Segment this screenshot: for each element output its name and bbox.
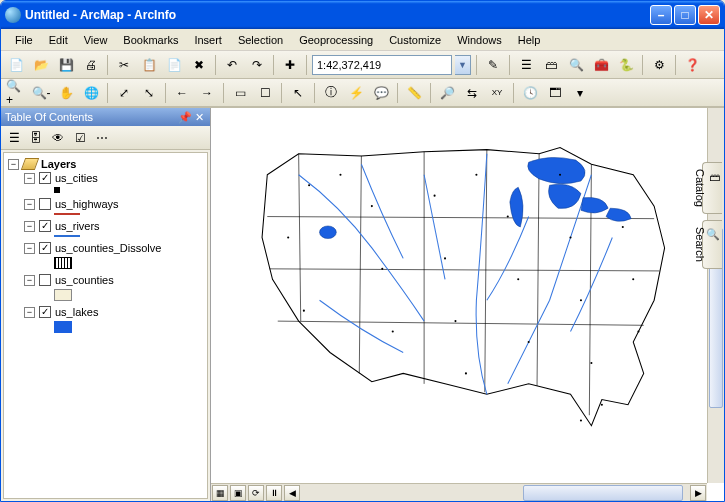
pan-button[interactable]: ✋ <box>55 82 77 104</box>
collapse-icon[interactable]: − <box>24 199 35 210</box>
measure-button[interactable]: 📏 <box>403 82 425 104</box>
layer-checkbox[interactable] <box>39 198 51 210</box>
scrollbar-thumb[interactable] <box>523 485 683 501</box>
copy-button[interactable]: 📋 <box>138 54 160 76</box>
layers-root[interactable]: − Layers <box>8 157 203 171</box>
html-popup-button[interactable]: 💬 <box>370 82 392 104</box>
open-button[interactable]: 📂 <box>30 54 52 76</box>
identify-button[interactable]: ⓘ <box>320 82 342 104</box>
hyperlink-button[interactable]: ⚡ <box>345 82 367 104</box>
editor-toolbar-button[interactable]: ✎ <box>482 54 504 76</box>
scale-input[interactable]: 1:42,372,419 <box>312 55 452 75</box>
goto-xy-button[interactable]: XY <box>486 82 508 104</box>
python-window-button[interactable]: 🐍 <box>615 54 637 76</box>
menu-view[interactable]: View <box>76 32 116 48</box>
menu-customize[interactable]: Customize <box>381 32 449 48</box>
catalog-tab[interactable]: 🗃 Catalog <box>702 162 722 214</box>
refresh-button[interactable]: ⟳ <box>248 485 264 501</box>
layer-label[interactable]: us_rivers <box>55 220 100 232</box>
search-tab[interactable]: 🔍 Search <box>702 220 722 269</box>
add-data-button[interactable]: ✚ <box>279 54 301 76</box>
layer-label[interactable]: us_counties_Dissolve <box>55 242 161 254</box>
save-button[interactable]: 💾 <box>55 54 77 76</box>
layer-row[interactable]: − ✓ us_lakes <box>24 305 203 319</box>
data-view-button[interactable]: ▦ <box>212 485 228 501</box>
scroll-right-button[interactable]: ▶ <box>690 485 706 501</box>
menu-windows[interactable]: Windows <box>449 32 510 48</box>
zoom-out-button[interactable]: 🔍- <box>30 82 52 104</box>
search-window-button[interactable]: 🔍 <box>565 54 587 76</box>
select-elements-button[interactable]: ↖ <box>287 82 309 104</box>
list-by-selection-button[interactable]: ☑ <box>70 128 90 148</box>
paste-button[interactable]: 📄 <box>163 54 185 76</box>
more-tools-button[interactable]: ▾ <box>569 82 591 104</box>
layer-row[interactable]: − ✓ us_counties_Dissolve <box>24 241 203 255</box>
layer-row[interactable]: − ✓ us_rivers <box>24 219 203 233</box>
scale-dropdown[interactable]: ▼ <box>455 55 471 75</box>
whats-this-button[interactable]: ❓ <box>681 54 703 76</box>
zoom-in-button[interactable]: 🔍+ <box>5 82 27 104</box>
model-builder-button[interactable]: ⚙ <box>648 54 670 76</box>
pin-icon[interactable]: 📌 <box>178 111 192 124</box>
scroll-left-button[interactable]: ◀ <box>284 485 300 501</box>
menu-selection[interactable]: Selection <box>230 32 291 48</box>
collapse-icon[interactable]: − <box>24 243 35 254</box>
undo-button[interactable]: ↶ <box>221 54 243 76</box>
collapse-icon[interactable]: − <box>24 307 35 318</box>
toolbox-button[interactable]: 🧰 <box>590 54 612 76</box>
layer-label[interactable]: us_highways <box>55 198 119 210</box>
toc-button[interactable]: ☰ <box>515 54 537 76</box>
redo-button[interactable]: ↷ <box>246 54 268 76</box>
maximize-button[interactable]: □ <box>674 5 696 25</box>
close-panel-icon[interactable]: ✕ <box>192 111 206 124</box>
menu-bookmarks[interactable]: Bookmarks <box>115 32 186 48</box>
menu-help[interactable]: Help <box>510 32 549 48</box>
forward-extent-button[interactable]: → <box>196 82 218 104</box>
list-by-visibility-button[interactable]: 👁 <box>48 128 68 148</box>
layer-checkbox[interactable]: ✓ <box>39 220 51 232</box>
new-button[interactable]: 📄 <box>5 54 27 76</box>
list-by-source-button[interactable]: 🗄 <box>26 128 46 148</box>
layer-checkbox[interactable]: ✓ <box>39 306 51 318</box>
menu-file[interactable]: File <box>7 32 41 48</box>
print-button[interactable]: 🖨 <box>80 54 102 76</box>
menu-insert[interactable]: Insert <box>186 32 230 48</box>
create-viewer-button[interactable]: 🗔 <box>544 82 566 104</box>
layer-checkbox[interactable] <box>39 274 51 286</box>
minimize-button[interactable]: – <box>650 5 672 25</box>
layout-view-button[interactable]: ▣ <box>230 485 246 501</box>
select-features-button[interactable]: ▭ <box>229 82 251 104</box>
layer-label[interactable]: us_counties <box>55 274 114 286</box>
full-extent-button[interactable]: 🌐 <box>80 82 102 104</box>
catalog-window-button[interactable]: 🗃 <box>540 54 562 76</box>
layer-label[interactable]: us_cities <box>55 172 98 184</box>
collapse-icon[interactable]: − <box>24 173 35 184</box>
list-by-drawing-order-button[interactable]: ☰ <box>4 128 24 148</box>
layer-label[interactable]: us_lakes <box>55 306 98 318</box>
menu-geoprocessing[interactable]: Geoprocessing <box>291 32 381 48</box>
options-button[interactable]: ⋯ <box>92 128 112 148</box>
horizontal-scrollbar[interactable] <box>303 485 687 501</box>
fixed-zoom-in-button[interactable]: ⤢ <box>113 82 135 104</box>
toc-header[interactable]: Table Of Contents 📌 ✕ <box>1 108 210 126</box>
map-view[interactable]: ▦ ▣ ⟳ ⏸ ◀ ▶ <box>211 108 724 501</box>
layer-checkbox[interactable]: ✓ <box>39 172 51 184</box>
collapse-icon[interactable]: − <box>8 159 19 170</box>
menu-edit[interactable]: Edit <box>41 32 76 48</box>
layer-row[interactable]: − us_highways <box>24 197 203 211</box>
layer-row[interactable]: − us_counties <box>24 273 203 287</box>
collapse-icon[interactable]: − <box>24 275 35 286</box>
collapse-icon[interactable]: − <box>24 221 35 232</box>
find-button[interactable]: 🔎 <box>436 82 458 104</box>
layer-row[interactable]: − ✓ us_cities <box>24 171 203 185</box>
time-slider-button[interactable]: 🕓 <box>519 82 541 104</box>
back-extent-button[interactable]: ← <box>171 82 193 104</box>
layers-label[interactable]: Layers <box>41 158 76 170</box>
delete-button[interactable]: ✖ <box>188 54 210 76</box>
layer-checkbox[interactable]: ✓ <box>39 242 51 254</box>
close-button[interactable]: ✕ <box>698 5 720 25</box>
find-route-button[interactable]: ⇆ <box>461 82 483 104</box>
cut-button[interactable]: ✂ <box>113 54 135 76</box>
fixed-zoom-out-button[interactable]: ⤡ <box>138 82 160 104</box>
pause-drawing-button[interactable]: ⏸ <box>266 485 282 501</box>
